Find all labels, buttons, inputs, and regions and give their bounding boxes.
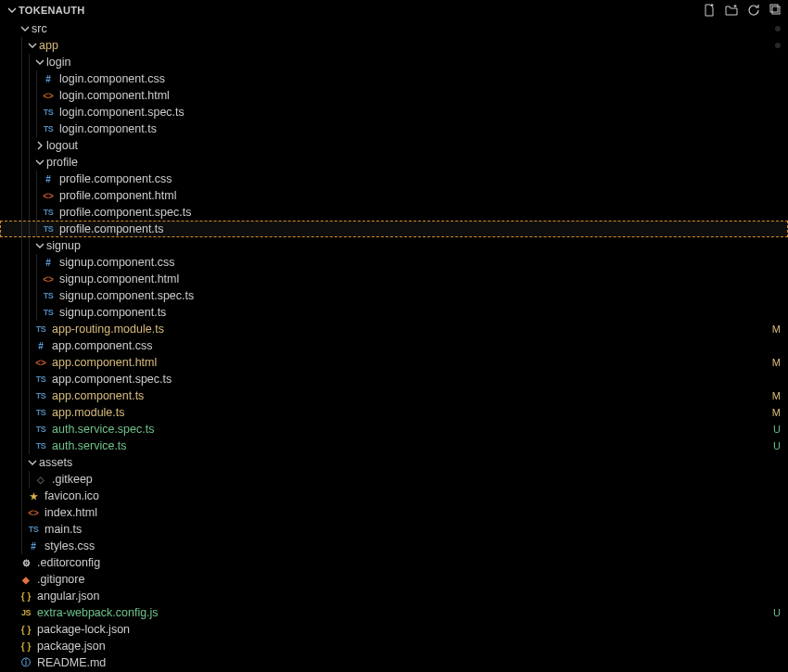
chevron-down-icon[interactable] — [33, 57, 46, 67]
tree-file[interactable]: <>index.html — [0, 504, 788, 521]
ts-icon: TS — [33, 374, 48, 384]
ts-icon: TS — [33, 391, 48, 400]
none-icon: ◇ — [33, 475, 48, 485]
tree-file[interactable]: { }package-lock.json — [0, 621, 788, 638]
ts-icon: TS — [33, 425, 48, 434]
ts-icon: TS — [33, 408, 48, 417]
tree-file[interactable]: ⓘREADME.md — [0, 654, 788, 671]
tree-item-label: app.component.css — [52, 339, 152, 352]
tree-file[interactable]: #app.component.css — [0, 337, 788, 354]
tree-file[interactable]: TSlogin.component.spec.ts — [0, 104, 788, 120]
tree-item-label: profile — [46, 156, 78, 169]
tree-item-label: profile.component.html — [59, 189, 176, 202]
ts-icon: TS — [33, 324, 48, 334]
tree-file[interactable]: #signup.component.css — [0, 254, 788, 271]
tree-item-label: favicon.ico — [44, 489, 99, 502]
tree-file[interactable]: <>signup.component.html — [0, 271, 788, 287]
ts-icon: TS — [41, 308, 56, 317]
chevron-down-icon — [6, 6, 19, 15]
tree-file[interactable]: TSprofile.component.spec.ts — [0, 204, 788, 221]
new-file-icon[interactable] — [703, 4, 716, 17]
tree-item-label: signup.component.html — [59, 273, 179, 285]
chevron-down-icon[interactable] — [26, 458, 39, 467]
ts-icon: TS — [41, 124, 56, 133]
tree-file[interactable]: TSsignup.component.ts — [0, 304, 788, 321]
tree-folder[interactable]: signup — [0, 237, 788, 254]
tree-item-label: app.component.ts — [52, 389, 144, 402]
ts-icon: TS — [33, 441, 48, 450]
tree-file[interactable]: #login.component.css — [0, 70, 788, 87]
chevron-down-icon[interactable] — [33, 241, 46, 250]
chevron-down-icon[interactable] — [33, 158, 46, 167]
tree-item-label: auth.service.ts — [52, 439, 127, 452]
tree-folder[interactable]: assets — [0, 454, 788, 471]
chevron-down-icon[interactable] — [19, 24, 32, 33]
tree-file[interactable]: TSapp.module.tsM — [0, 404, 788, 421]
tree-file[interactable]: ◇.gitkeep — [0, 471, 788, 488]
tree-file[interactable]: TSapp-routing.module.tsM — [0, 321, 788, 337]
tree-file[interactable]: TSauth.service.spec.tsU — [0, 421, 788, 437]
ts-icon: TS — [41, 108, 56, 117]
tree-file[interactable]: TSsignup.component.spec.ts — [0, 287, 788, 304]
tree-item-label: login.component.css — [59, 72, 165, 85]
css-icon: # — [33, 341, 48, 351]
tree-folder[interactable]: app — [0, 37, 788, 54]
tree-file[interactable]: <>app.component.htmlM — [0, 354, 788, 371]
tree-folder[interactable]: login — [0, 54, 788, 70]
html-icon: <> — [41, 91, 56, 101]
tree-file[interactable]: { }package.json — [0, 638, 788, 654]
tree-item-label: profile.component.ts — [59, 222, 164, 235]
file-tree[interactable]: srcapplogin#login.component.css<>login.c… — [0, 20, 788, 672]
collapse-all-icon[interactable] — [769, 4, 782, 17]
scm-dot — [775, 43, 781, 48]
tree-file[interactable]: ◆.gitignore — [0, 571, 788, 588]
scm-badge: M — [772, 407, 781, 418]
tree-folder[interactable]: src — [0, 20, 788, 37]
tree-file[interactable]: <>profile.component.html — [0, 187, 788, 204]
tree-file[interactable]: TSprofile.component.ts — [0, 221, 788, 237]
html-icon: <> — [41, 274, 56, 285]
tree-file[interactable]: TSlogin.component.ts — [0, 120, 788, 137]
json-icon: { } — [19, 625, 33, 635]
tree-item-label: index.html — [44, 506, 97, 519]
ts-icon: TS — [41, 208, 56, 217]
tree-item-label: angular.json — [37, 590, 99, 602]
git-icon: ◆ — [19, 575, 33, 585]
tree-file[interactable]: #styles.css — [0, 538, 788, 554]
tree-folder[interactable]: logout — [0, 137, 788, 154]
gear-icon: ⚙ — [19, 558, 33, 568]
tree-folder[interactable]: profile — [0, 154, 788, 171]
refresh-icon[interactable] — [747, 4, 760, 17]
tree-item-label: app-routing.module.ts — [52, 323, 164, 336]
json-icon: { } — [19, 641, 33, 652]
tree-file[interactable]: TSapp.component.spec.ts — [0, 371, 788, 387]
css-icon: # — [26, 541, 41, 552]
ts-icon: TS — [41, 291, 56, 300]
tree-file[interactable]: TSauth.service.tsU — [0, 437, 788, 454]
html-icon: <> — [41, 191, 56, 201]
chevron-down-icon[interactable] — [26, 41, 39, 50]
new-folder-icon[interactable] — [725, 4, 738, 17]
tree-file[interactable]: ⚙.editorconfig — [0, 554, 788, 571]
scm-dot — [775, 26, 781, 32]
css-icon: # — [41, 174, 56, 184]
explorer-header[interactable]: TOKENAUTH — [0, 0, 788, 20]
tree-file[interactable]: #profile.component.css — [0, 171, 788, 187]
tree-file[interactable]: { }angular.json — [0, 588, 788, 604]
tree-item-label: app — [39, 39, 58, 52]
star-icon: ★ — [26, 491, 41, 501]
tree-file[interactable]: ★favicon.ico — [0, 488, 788, 504]
tree-item-label: auth.service.spec.ts — [52, 423, 154, 436]
svg-rect-1 — [770, 5, 778, 12]
tree-item-label: login — [46, 56, 70, 69]
tree-item-label: login.component.ts — [59, 122, 157, 135]
tree-file[interactable]: TSapp.component.tsM — [0, 387, 788, 404]
tree-file[interactable]: JSextra-webpack.config.jsU — [0, 604, 788, 621]
tree-item-label: logout — [46, 139, 78, 152]
tree-file[interactable]: <>login.component.html — [0, 87, 788, 104]
tree-item-label: main.ts — [44, 523, 82, 536]
tree-item-label: styles.css — [44, 539, 95, 552]
chevron-right-icon[interactable] — [33, 141, 46, 150]
tree-item-label: login.component.html — [59, 89, 170, 102]
tree-file[interactable]: TSmain.ts — [0, 521, 788, 538]
